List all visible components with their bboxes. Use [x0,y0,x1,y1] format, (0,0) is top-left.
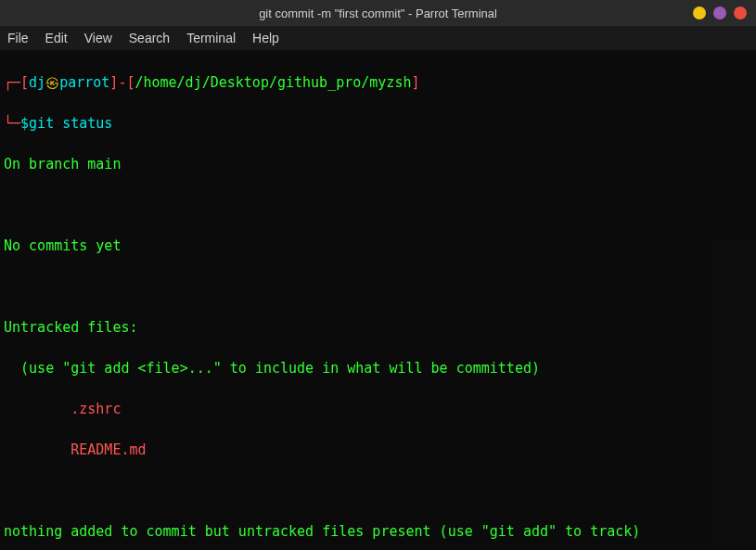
prompt-symbol: ㉿ [45,74,59,91]
prompt-path: /home/dj/Desktop/github_pro/myzsh [135,74,411,91]
menu-edit[interactable]: Edit [45,31,68,45]
menu-help[interactable]: Help [252,31,279,45]
window-title: git commit -m "first commit" - Parrot Te… [259,6,497,20]
out-file-zshrc: .zshrc [4,399,752,419]
maximize-button[interactable] [713,6,726,19]
terminal-output[interactable]: ┌─[dj㉿parrot]-[/home/dj/Desktop/github_p… [0,50,756,550]
prompt-user: dj [29,74,45,91]
out-untracked-hdr: Untracked files: [4,317,752,338]
minimize-button[interactable] [693,6,706,19]
prompt-bracket: [ [20,74,29,91]
out-untracked-hint: (use "git add <file>..." to include in w… [4,358,752,378]
out-no-commits: No commits yet [4,236,752,256]
prompt-host: parrot [59,74,109,91]
menu-bar: File Edit View Search Terminal Help [0,26,756,50]
window-controls [693,6,747,19]
prompt-corner: ┌─ [4,74,20,91]
prompt-corner: └─ [4,115,20,132]
prompt-dollar: $ [20,115,29,132]
out-nothing-added: nothing added to commit but untracked fi… [4,521,752,542]
out-branch: On branch main [4,154,752,174]
close-button[interactable] [734,6,747,19]
menu-file[interactable]: File [7,31,29,45]
menu-search[interactable]: Search [129,31,170,45]
window-titlebar: git commit -m "first commit" - Parrot Te… [0,0,756,26]
prompt-bracket: ] [411,74,419,91]
cmd-git-status: git status [29,115,112,132]
menu-view[interactable]: View [84,31,112,45]
out-file-readme: README.md [4,440,752,460]
menu-terminal[interactable]: Terminal [186,31,236,45]
